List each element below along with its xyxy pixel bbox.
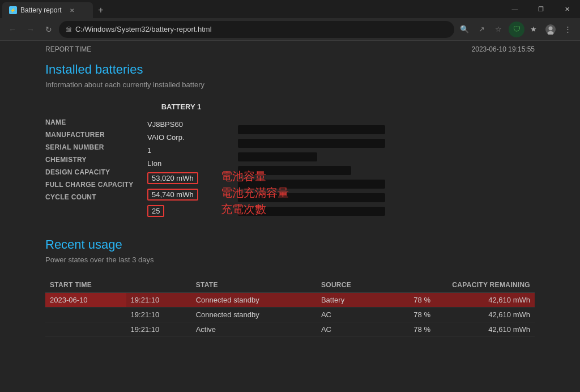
- row1-date: 2023-06-10: [45, 293, 126, 308]
- row1-state: Connected standby: [191, 293, 317, 308]
- value-design-capacity: 53,020 mWh: [147, 172, 198, 184]
- row1-time: 19:21:10: [126, 293, 191, 308]
- shield-extension[interactable]: 🛡: [509, 22, 524, 37]
- col-start-time: START TIME: [45, 278, 191, 293]
- annotation-cycle-count: 充電次數: [221, 202, 266, 217]
- extensions-button[interactable]: ★: [526, 22, 541, 37]
- annotation-full-charge: 電池充滿容量: [221, 185, 289, 201]
- value-chemistry: LIon: [147, 159, 161, 168]
- table-row: 2023-06-10 19:21:10 Connected standby Ba…: [45, 293, 535, 308]
- row2-capacity-mwh: 42,610 mWh: [435, 308, 535, 322]
- row3-time: 19:21:10: [126, 322, 191, 337]
- table-row: 19:21:10 Connected standby AC 78 % 42,61…: [45, 308, 535, 322]
- table-row: 19:21:10 Active AC 78 % 42,610 mWh: [45, 322, 535, 337]
- row2-time: 19:21:10: [126, 308, 191, 322]
- label-name: NAME: [45, 118, 147, 126]
- cutoff-right: 2023-06-10 19:15:55: [472, 45, 535, 53]
- usage-table: START TIME STATE SOURCE CAPACITY REMAINI…: [45, 278, 535, 337]
- value-name: VJ8BPS60: [147, 120, 183, 129]
- recent-usage-title: Recent usage: [45, 237, 535, 252]
- row2-source: AC: [317, 308, 384, 322]
- row1-capacity-mwh: 42,610 mWh: [435, 293, 535, 308]
- col-capacity: CAPACITY REMAINING: [384, 278, 535, 293]
- tab-title: Battery report: [20, 6, 62, 14]
- active-tab[interactable]: ⚡ Battery report ✕: [2, 2, 93, 18]
- tab-bar: ⚡ Battery report ✕ +: [0, 0, 109, 18]
- row3-state: Active: [191, 322, 317, 337]
- label-manufacturer: MANUFACTURER: [45, 131, 147, 139]
- row2-date: [45, 308, 126, 322]
- recent-usage-subtitle: Power states over the last 3 days: [45, 255, 535, 264]
- row3-date: [45, 322, 126, 337]
- restore-button[interactable]: ❐: [528, 0, 554, 18]
- tab-favicon: ⚡: [9, 6, 17, 14]
- forward-button[interactable]: →: [23, 22, 39, 37]
- url-text: C:/Windows/System32/battery-report.html: [75, 25, 212, 33]
- page-content: REPORT TIME 2023-06-10 19:15:55 Installe…: [0, 41, 580, 392]
- redacted-name: [238, 125, 385, 134]
- recent-usage-section: Recent usage Power states over the last …: [45, 237, 535, 337]
- menu-button[interactable]: ⋮: [560, 22, 575, 37]
- col-state: STATE: [191, 278, 317, 293]
- battery2-header: [238, 103, 306, 116]
- url-bar[interactable]: 🏛 C:/Windows/System32/battery-report.htm…: [59, 21, 454, 38]
- row3-capacity-pct: 78 %: [384, 322, 435, 337]
- spec-labels: NAME MANUFACTURER SERIAL NUMBER CHEMISTR…: [45, 103, 147, 219]
- bookmark-button[interactable]: ☆: [491, 22, 506, 37]
- url-actions: 🔍 ↗ ☆: [457, 22, 506, 37]
- label-full-charge: FULL CHARGE CAPACITY: [45, 181, 147, 189]
- title-bar: ⚡ Battery report ✕ + — ❐ ✕: [0, 0, 580, 18]
- close-button[interactable]: ✕: [554, 0, 580, 18]
- refresh-button[interactable]: ↻: [41, 22, 57, 37]
- back-button[interactable]: ←: [5, 22, 20, 37]
- cutoff-left: REPORT TIME: [45, 45, 91, 53]
- new-tab-button[interactable]: +: [93, 2, 109, 18]
- profile-button[interactable]: [543, 22, 558, 37]
- row2-state: Connected standby: [191, 308, 317, 322]
- share-button[interactable]: ↗: [474, 22, 489, 37]
- annotation-design-capacity: 電池容量: [221, 169, 266, 184]
- search-url-button[interactable]: 🔍: [457, 22, 472, 37]
- value-serial: 1: [147, 146, 151, 155]
- redacted-manufacturer: [238, 139, 385, 148]
- label-chemistry: CHEMISTRY: [45, 156, 147, 164]
- label-cycle: CYCLE COUNT: [45, 193, 147, 201]
- battery1-column: BATTERY 1 VJ8BPS60 VAIO Corp. 1 LIon: [147, 103, 238, 219]
- col-source: SOURCE: [317, 278, 384, 293]
- label-serial: SERIAL NUMBER: [45, 143, 147, 151]
- value-manufacturer: VAIO Corp.: [147, 133, 185, 142]
- redacted-serial: [238, 152, 317, 161]
- installed-batteries-subtitle: Information about each currently install…: [45, 80, 535, 89]
- row3-source: AC: [317, 322, 384, 337]
- battery-info-area: NAME MANUFACTURER SERIAL NUMBER CHEMISTR…: [45, 103, 535, 219]
- lock-icon: 🏛: [66, 26, 72, 33]
- row1-capacity-pct: 78 %: [384, 293, 435, 308]
- installed-batteries-title: Installed batteries: [45, 62, 535, 77]
- address-bar: ← → ↻ 🏛 C:/Windows/System32/battery-repo…: [0, 18, 580, 41]
- minimize-button[interactable]: —: [502, 0, 528, 18]
- label-design-cap: DESIGN CAPACITY: [45, 168, 147, 176]
- battery1-header: BATTERY 1: [147, 103, 215, 111]
- table-header-row: START TIME STATE SOURCE CAPACITY REMAINI…: [45, 278, 535, 293]
- value-cycle-count: 25: [147, 205, 164, 217]
- row1-source: Battery: [317, 293, 384, 308]
- cutoff-row: REPORT TIME 2023-06-10 19:15:55: [45, 41, 535, 62]
- tab-close-button[interactable]: ✕: [67, 6, 76, 15]
- svg-point-1: [549, 26, 553, 30]
- extensions-area: 🛡 ★ ⋮: [509, 22, 575, 37]
- installed-batteries-section: Installed batteries Information about ea…: [45, 62, 535, 219]
- window-controls: — ❐ ✕: [502, 0, 580, 18]
- row3-capacity-mwh: 42,610 mWh: [435, 322, 535, 337]
- value-full-charge-capacity: 54,740 mWh: [147, 189, 198, 201]
- row2-capacity-pct: 78 %: [384, 308, 435, 322]
